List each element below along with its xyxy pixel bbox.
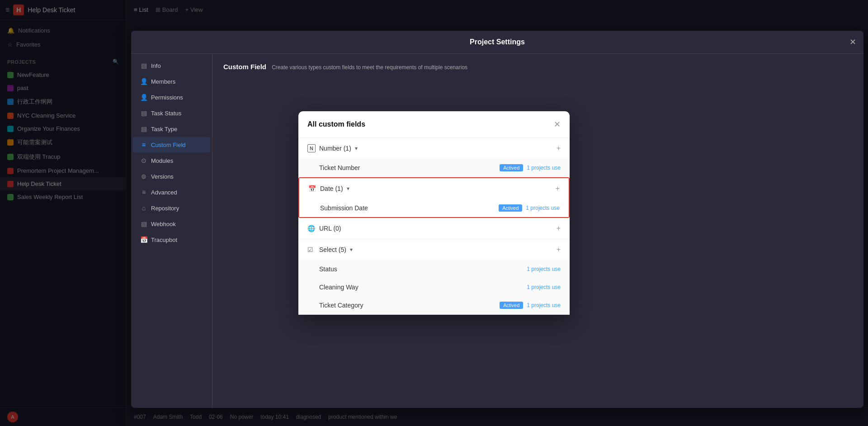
- date-group-label: Date (1): [320, 185, 343, 192]
- submission-date-label: Submission Date: [320, 204, 368, 212]
- url-type-icon: 🌐: [307, 225, 316, 232]
- versions-icon: ⊚: [140, 173, 147, 180]
- number-group-label: Number (1): [319, 145, 351, 152]
- field-item-ticket-number: Ticket Number Actived 1 projects use: [298, 159, 570, 177]
- tracupbot-icon: 📅: [140, 236, 147, 243]
- date-type-icon: 📅: [308, 185, 316, 192]
- advanced-icon: ≡: [140, 189, 147, 196]
- actived-badge: Actived: [499, 204, 522, 212]
- field-group-date-header[interactable]: 📅 Date (1) ▾ +: [299, 178, 569, 199]
- field-item-submission-date: Submission Date Actived 1 projects use: [299, 199, 569, 217]
- permissions-icon: 👤: [140, 94, 147, 101]
- custom-fields-modal: All custom fields ✕ N Number (1) ▾ + Tic…: [298, 111, 570, 315]
- select-type-icon: ☑: [307, 246, 316, 253]
- field-group-select-header[interactable]: ☑ Select (5) ▾ +: [298, 239, 570, 260]
- ps-nav-item-info[interactable]: ▤ Info: [133, 58, 210, 73]
- projects-use-label[interactable]: 1 projects use: [527, 302, 561, 308]
- chevron-down-icon: ▾: [347, 185, 349, 192]
- ps-nav-item-task-type[interactable]: ▤ Task Type: [133, 121, 210, 137]
- select-group-label: Select (5): [319, 246, 346, 253]
- projects-use-label[interactable]: 1 projects use: [527, 266, 561, 272]
- actived-badge: Actived: [500, 164, 523, 171]
- info-icon: ▤: [140, 62, 147, 69]
- field-group-number-header[interactable]: N Number (1) ▾ +: [298, 138, 570, 159]
- ps-nav-item-repository[interactable]: ⌂ Repository: [133, 200, 210, 216]
- modules-icon: ⊙: [140, 157, 147, 164]
- projects-use-label[interactable]: 1 projects use: [527, 284, 561, 290]
- number-type-icon: N: [307, 144, 316, 152]
- ticket-category-label: Ticket Category: [319, 302, 363, 309]
- url-group-label: URL (0): [319, 225, 341, 232]
- chevron-down-icon: ▾: [350, 246, 353, 253]
- modal-cf-close-button[interactable]: ✕: [554, 119, 561, 129]
- ps-nav-item-versions[interactable]: ⊚ Versions: [133, 169, 210, 184]
- add-number-field-button[interactable]: +: [557, 144, 561, 152]
- field-item-cleaning-way: Cleaning Way 1 projects use: [298, 278, 570, 296]
- field-group-date: 📅 Date (1) ▾ + Submission Date Actived 1…: [298, 177, 570, 218]
- repository-icon: ⌂: [140, 204, 147, 212]
- ps-nav-item-modules[interactable]: ⊙ Modules: [133, 153, 210, 168]
- custom-field-icon: ≡: [140, 141, 147, 148]
- field-group-select: ☑ Select (5) ▾ + Status 1 projects use C…: [298, 239, 570, 315]
- projects-use-label[interactable]: 1 projects use: [527, 165, 561, 171]
- ps-left-nav: ▤ Info 👤 Members 👤 Permissions ▤ Task St…: [131, 54, 212, 408]
- modal-ps-title: Project Settings: [470, 38, 525, 46]
- add-date-field-button[interactable]: +: [556, 185, 560, 193]
- modal-cf-header: All custom fields ✕: [298, 111, 570, 138]
- projects-use-label[interactable]: 1 projects use: [526, 205, 560, 211]
- ps-nav-item-tracupbot[interactable]: 📅 Tracupbot: [133, 232, 210, 247]
- modal-ps-close-button[interactable]: ✕: [849, 37, 856, 47]
- members-icon: 👤: [140, 78, 147, 85]
- ps-nav-item-custom-field[interactable]: ≡ Custom Field: [133, 137, 210, 152]
- field-group-url-header[interactable]: 🌐 URL (0) +: [298, 218, 570, 239]
- field-group-number: N Number (1) ▾ + Ticket Number Actived 1…: [298, 138, 570, 177]
- chevron-down-icon: ▾: [355, 145, 358, 151]
- actived-badge: Actived: [500, 302, 523, 309]
- ps-nav-item-members[interactable]: 👤 Members: [133, 74, 210, 89]
- field-item-ticket-category: Ticket Category Actived 1 projects use: [298, 296, 570, 314]
- ps-content-subtitle: Create various types custom fields to me…: [272, 64, 467, 71]
- add-url-field-button[interactable]: +: [557, 224, 561, 232]
- add-select-field-button[interactable]: +: [557, 246, 561, 254]
- cleaning-way-label: Cleaning Way: [319, 284, 359, 291]
- ps-content-title: Custom Field Create various types custom…: [223, 63, 853, 71]
- ps-nav-item-permissions[interactable]: 👤 Permissions: [133, 90, 210, 105]
- task-status-icon: ▤: [140, 109, 147, 117]
- ps-nav-item-task-status[interactable]: ▤ Task Status: [133, 105, 210, 121]
- modal-cf-body: N Number (1) ▾ + Ticket Number Actived 1…: [298, 138, 570, 315]
- ticket-number-label: Ticket Number: [319, 164, 360, 171]
- field-item-status: Status 1 projects use: [298, 260, 570, 278]
- ps-nav-item-advanced[interactable]: ≡ Advanced: [133, 185, 210, 200]
- ps-nav-item-webhook[interactable]: ▤ Webhook: [133, 216, 210, 232]
- field-group-url: 🌐 URL (0) +: [298, 218, 570, 239]
- modal-cf-title: All custom fields: [307, 120, 365, 128]
- webhook-icon: ▤: [140, 220, 147, 227]
- modal-ps-header: Project Settings ✕: [131, 31, 863, 54]
- task-type-icon: ▤: [140, 125, 147, 133]
- status-label: Status: [319, 265, 337, 273]
